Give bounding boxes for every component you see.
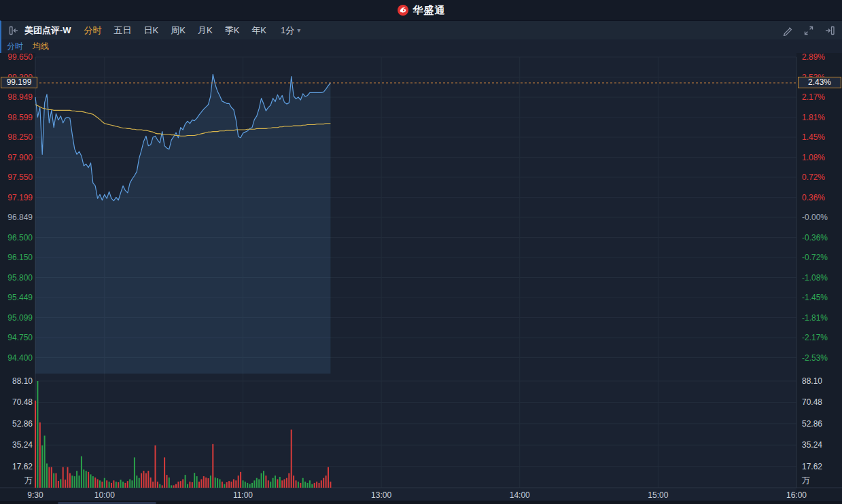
volume-bar <box>302 478 304 488</box>
price-axis-label: 96.150 <box>0 252 33 263</box>
volume-bar <box>187 484 188 488</box>
volume-bar <box>296 480 297 488</box>
volume-unit-label: 万 <box>0 475 33 486</box>
volume-bar <box>311 484 313 488</box>
price-axis-label: 96.849 <box>0 212 33 223</box>
price-axis-label: 98.250 <box>0 132 33 143</box>
price-axis-label: 95.449 <box>0 292 33 303</box>
dock-right-icon[interactable] <box>824 25 835 36</box>
period-tab-3[interactable]: 日K <box>144 24 159 37</box>
volume-bar <box>155 446 156 488</box>
volume-bar <box>79 475 80 488</box>
price-axis-label: 97.900 <box>0 152 33 163</box>
volume-bar <box>268 480 269 488</box>
volume-bar <box>139 478 140 488</box>
volume-bar <box>145 473 147 488</box>
time-axis-label: 16:00 <box>779 490 813 501</box>
volume-bar <box>106 480 107 488</box>
volume-bar <box>286 478 287 488</box>
volume-bar <box>265 475 266 488</box>
period-tab-4[interactable]: 周K <box>171 24 186 37</box>
period-tab-2[interactable]: 五日 <box>114 24 132 37</box>
percent-axis-label: 1.81% <box>802 112 825 123</box>
volume-bar <box>316 482 317 488</box>
volume-axis-label: 88.10 <box>802 376 822 386</box>
volume-bar <box>182 480 183 488</box>
toolbar-right-icons <box>782 25 835 36</box>
volume-bar <box>63 467 64 488</box>
price-axis-label: 94.400 <box>0 353 33 363</box>
app-logo-icon <box>397 4 409 16</box>
volume-bar <box>86 471 87 488</box>
price-axis-label: 97.550 <box>0 172 33 183</box>
current-price-label: 99.199 <box>7 77 32 87</box>
volume-axis-label: 52.86 <box>0 418 33 429</box>
volume-axis-label: 88.10 <box>0 376 33 386</box>
volume-axis-label: 70.48 <box>0 397 33 408</box>
volume-bar <box>175 484 177 488</box>
volume-bar <box>270 482 271 488</box>
volume-bar <box>200 480 202 488</box>
edit-icon[interactable] <box>782 25 793 36</box>
period-tab-5[interactable]: 月K <box>198 24 213 37</box>
interval-dropdown[interactable]: 1分 ▾ <box>281 24 300 37</box>
volume-unit-label: 万 <box>802 475 810 486</box>
app-header: 华盛通 <box>0 0 842 20</box>
volume-bar <box>185 475 186 488</box>
volume-bar <box>111 483 112 488</box>
time-axis-label: 9:30 <box>18 490 52 501</box>
period-tab-7[interactable]: 年K <box>251 24 266 37</box>
volume-bar <box>240 472 241 488</box>
volume-bar <box>92 476 94 488</box>
volume-bar <box>251 483 253 488</box>
price-axis-label: 96.500 <box>0 232 33 243</box>
volume-bar <box>74 476 75 488</box>
volume-bar <box>243 480 244 488</box>
volume-axis-label: 70.48 <box>802 397 822 408</box>
volume-axis-label: 35.24 <box>802 439 822 450</box>
volume-bar <box>253 480 255 488</box>
volume-axis-label: 35.24 <box>0 439 33 450</box>
volume-bar <box>245 482 246 488</box>
volume-bar <box>166 475 168 488</box>
volume-bar <box>76 471 77 488</box>
percent-axis-label: 1.45% <box>802 132 825 143</box>
volume-bar <box>122 482 124 488</box>
volume-bar <box>171 485 172 488</box>
volume-bar <box>116 482 117 488</box>
volume-bar <box>162 485 163 488</box>
volume-bar <box>321 480 322 488</box>
intraday-chart: 99.199 2.43% 99.6502.89%99.3002.53%98.94… <box>0 53 842 504</box>
volume-bar <box>284 480 285 488</box>
volume-bar <box>307 483 309 488</box>
volume-bar <box>210 475 211 488</box>
legend-item-1[interactable]: 分时 <box>7 41 23 52</box>
volume-bar <box>293 475 294 488</box>
volume-bar <box>291 430 292 488</box>
period-tab-6[interactable]: 季K <box>225 24 240 37</box>
volume-bar <box>48 467 50 488</box>
period-tab-1[interactable]: 分时 <box>84 24 102 37</box>
volume-bar <box>281 480 283 488</box>
price-axis-label: 94.750 <box>0 332 33 343</box>
volume-bar <box>150 478 152 488</box>
percent-axis-label: -0.36% <box>802 232 828 243</box>
volume-bar <box>169 478 170 488</box>
volume-bar <box>97 480 99 488</box>
current-pct-label: 2.43% <box>808 77 831 87</box>
volume-bar <box>309 480 311 488</box>
volume-bar <box>118 482 119 488</box>
legend-item-2[interactable]: 均线 <box>33 41 49 52</box>
current-price-box: 99.199 <box>1 77 37 88</box>
volume-bar <box>277 480 278 488</box>
fullscreen-icon[interactable] <box>803 25 814 36</box>
volume-bar <box>101 482 103 488</box>
volume-bar <box>189 482 190 488</box>
time-axis-label: 14:00 <box>503 490 537 501</box>
bottom-scrollbar[interactable] <box>0 501 842 504</box>
collapse-panel-icon[interactable] <box>8 25 19 36</box>
chart-canvas[interactable] <box>0 53 842 504</box>
volume-bar <box>323 478 324 488</box>
volume-bar <box>129 480 130 488</box>
volume-bar <box>41 446 43 488</box>
